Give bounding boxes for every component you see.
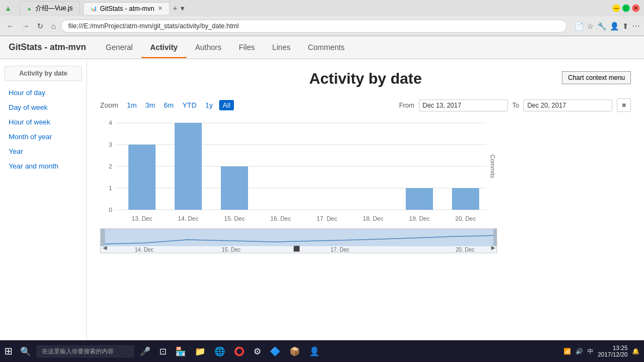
taskbar-explorer-icon[interactable]: 📁	[191, 344, 209, 359]
zoom-1y[interactable]: 1y	[203, 100, 215, 110]
svg-text:4: 4	[109, 120, 112, 126]
chart-export-button[interactable]: ≡	[617, 98, 631, 112]
sidebar-item-day-of-week[interactable]: Day of week	[0, 100, 86, 115]
nav-activity[interactable]: Activity	[141, 38, 187, 58]
sidebar-item-hour-of-day[interactable]: Hour of day	[0, 85, 86, 100]
svg-text:16. Dec: 16. Dec	[270, 215, 291, 222]
sidebar-item-month-of-year[interactable]: Month of year	[0, 129, 86, 144]
taskbar-wifi-icon: 📶	[564, 348, 571, 355]
svg-text:14. Dec: 14. Dec	[135, 247, 153, 253]
taskbar-search-box[interactable]: 在这里输入你要搜索的内容	[36, 345, 134, 358]
svg-text:1: 1	[109, 185, 112, 191]
svg-text:20. Dec: 20. Dec	[455, 215, 476, 222]
taskbar-task-view-icon[interactable]: ⊡	[156, 344, 170, 359]
svg-text:⬛: ⬛	[293, 245, 300, 252]
taskbar-chrome-icon[interactable]: ⭕	[231, 344, 248, 359]
refresh-button[interactable]: ↻	[35, 21, 46, 32]
svg-text:15. Dec: 15. Dec	[224, 215, 245, 222]
svg-text:◀: ◀	[103, 245, 107, 251]
gitstats-tab-icon: 📊	[90, 5, 97, 11]
title-bar: ▲ ▲ 介绍—Vue.js 📊 GitStats - atm-mvn ✕ + ▾…	[0, 0, 644, 16]
app-title: GitStats - atm-mvn	[9, 42, 86, 52]
navigator-left-handle[interactable]	[101, 229, 105, 246]
svg-text:19. Dec: 19. Dec	[409, 215, 430, 222]
share-icon[interactable]: ⬆	[622, 22, 629, 30]
back-button[interactable]: ←	[4, 21, 16, 32]
window-controls: — □ ✕	[612, 4, 640, 12]
tab-close-icon[interactable]: ✕	[158, 5, 163, 12]
navigator-right-handle[interactable]	[493, 229, 497, 246]
vue-favicon: ▲	[4, 4, 12, 13]
extensions-icon[interactable]: 🔧	[597, 22, 606, 30]
tab-vue-label: 介绍—Vue.js	[35, 4, 73, 13]
svg-text:17. Dec: 17. Dec	[317, 215, 337, 222]
zoom-1m[interactable]: 1m	[125, 100, 139, 110]
taskbar-app3-icon[interactable]: 👤	[306, 344, 323, 359]
nav-general[interactable]: General	[97, 38, 141, 58]
tab-overflow-button[interactable]: ▾	[181, 4, 184, 13]
menu-icon[interactable]: ⋯	[632, 22, 640, 30]
clock-date: 2017/12/20	[598, 351, 628, 358]
svg-text:20. Dec: 20. Dec	[456, 247, 474, 253]
new-tab-button[interactable]: +	[173, 4, 177, 13]
address-bar: ← → ↻ ⌂ file:///E:/mvnProject/atm-mvn/gi…	[0, 16, 644, 36]
taskbar-search-icon: 🔍	[17, 344, 34, 359]
nav-lines[interactable]: Lines	[263, 38, 299, 58]
taskbar: ⊞ 🔍 在这里输入你要搜索的内容 🎤 ⊡ 🏪 📁 🌐 ⭕ ⚙ 🔷 📦 👤 📶 🔊…	[0, 340, 644, 362]
taskbar-app1-icon[interactable]: 🔷	[267, 344, 284, 359]
maximize-button[interactable]: □	[622, 4, 630, 12]
from-date-input[interactable]	[419, 99, 508, 111]
svg-text:18. Dec: 18. Dec	[363, 215, 383, 222]
chart-context-menu-button[interactable]: Chart context menu	[562, 71, 631, 84]
bar-13dec	[128, 145, 156, 210]
main-content: Activity by date Hour of day Day of week…	[0, 59, 644, 341]
sidebar-section-label: Activity by date	[4, 66, 82, 81]
url-text: file:///E:/mvnProject/atm-mvn/git_stats/…	[68, 22, 238, 30]
taskbar-settings-icon[interactable]: ⚙	[250, 344, 264, 359]
sidebar-item-year-and-month[interactable]: Year and month	[0, 159, 86, 173]
to-label: To	[512, 102, 519, 109]
url-bar[interactable]: file:///E:/mvnProject/atm-mvn/git_stats/…	[61, 20, 567, 33]
toolbar-icons: 📄 ☆ 🔧 👤 ⬆ ⋯	[574, 22, 640, 30]
tab-gitstats[interactable]: 📊 GitStats - atm-mvn ✕	[83, 2, 170, 15]
bookmark-icon[interactable]: ☆	[587, 22, 594, 30]
minimize-button[interactable]: —	[612, 4, 620, 12]
nav-comments[interactable]: Comments	[299, 38, 354, 58]
svg-text:▶: ▶	[491, 245, 496, 251]
reader-view-icon[interactable]: 📄	[574, 22, 584, 30]
taskbar-volume-icon: 🔊	[575, 348, 583, 355]
taskbar-edge-icon[interactable]: 🌐	[211, 344, 228, 359]
time-display: 13:25 2017/12/20	[598, 345, 628, 358]
nav-authors[interactable]: Authors	[187, 38, 230, 58]
forward-button[interactable]: →	[20, 21, 32, 32]
nav-files[interactable]: Files	[230, 38, 264, 58]
taskbar-store-icon[interactable]: 🏪	[172, 344, 189, 359]
zoom-ytd[interactable]: YTD	[180, 100, 199, 110]
taskbar-microphone-icon[interactable]: 🎤	[137, 344, 154, 359]
home-button[interactable]: ⌂	[49, 21, 58, 32]
zoom-6m[interactable]: 6m	[162, 100, 176, 110]
close-button[interactable]: ✕	[632, 4, 640, 12]
sidebar-item-year[interactable]: Year	[0, 144, 86, 159]
bar-14dec	[175, 123, 202, 210]
chart-area: Activity by date Zoom 1m 3m 6m YTD 1y Al…	[87, 59, 644, 341]
taskbar-notification-icon[interactable]: 🔔	[632, 348, 640, 355]
to-date-input[interactable]	[523, 99, 612, 111]
activity-chart: 4 3 2 1 0 Commits	[100, 117, 497, 226]
svg-text:17. Dec: 17. Dec	[331, 247, 349, 253]
svg-text:0: 0	[109, 207, 112, 213]
account-icon[interactable]: 👤	[610, 22, 619, 30]
taskbar-search-text: 在这里输入你要搜索的内容	[42, 347, 114, 355]
app-nav: GitStats - atm-mvn General Activity Auth…	[0, 36, 644, 59]
taskbar-app2-icon[interactable]: 📦	[286, 344, 304, 359]
sidebar-item-hour-of-week[interactable]: Hour of week	[0, 115, 86, 129]
svg-text:14. Dec: 14. Dec	[178, 215, 199, 222]
zoom-3m[interactable]: 3m	[143, 100, 157, 110]
zoom-all[interactable]: All	[219, 100, 233, 110]
svg-text:Commits: Commits	[490, 154, 496, 178]
start-button[interactable]: ⊞	[4, 345, 13, 357]
tab-vue[interactable]: ▲ 介绍—Vue.js	[20, 1, 80, 15]
clock-time: 13:25	[598, 345, 628, 351]
bar-15dec	[221, 166, 248, 210]
from-label: From	[399, 102, 414, 109]
